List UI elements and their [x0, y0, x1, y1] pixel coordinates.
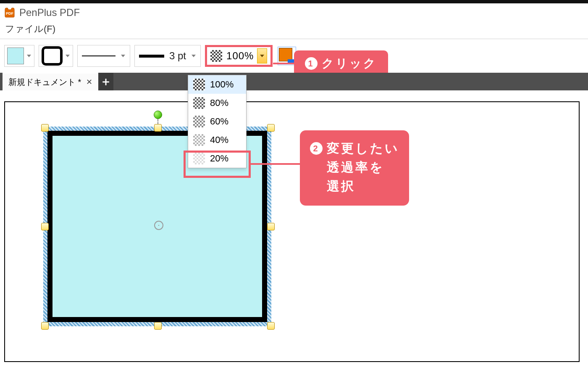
callout-1-number: 1: [305, 57, 318, 70]
opacity-swatch-icon: [193, 97, 205, 109]
rotate-handle[interactable]: [154, 111, 162, 119]
callout-2-line3: 選択: [327, 177, 401, 196]
tab-strip: 新規ドキュメント * ✕ ＋: [0, 73, 588, 90]
opacity-dropdown-btn[interactable]: [257, 48, 267, 63]
opacity-option-label: 40%: [210, 135, 228, 145]
document-tab[interactable]: 新規ドキュメント * ✕: [3, 73, 98, 90]
add-tab-button[interactable]: ＋: [98, 73, 113, 90]
menu-bar: ファイル(F): [0, 21, 588, 39]
callout-2-line2: 透過率を: [327, 158, 401, 177]
opacity-option-label: 80%: [210, 98, 228, 108]
fill-color-picker[interactable]: [4, 45, 34, 67]
opacity-option-label: 60%: [210, 116, 228, 127]
resize-handle-tl[interactable]: [41, 124, 49, 132]
callout-2-line1: 変更したい: [327, 139, 399, 158]
chevron-down-icon: [26, 54, 32, 58]
stroke-swatch: [42, 46, 63, 66]
resize-handle-ml[interactable]: [41, 223, 49, 230]
opacity-option-20[interactable]: 20%: [188, 149, 246, 168]
line-width-label: 3 pt: [169, 50, 186, 62]
opacity-swatch-icon: [193, 134, 205, 146]
opacity-value: 100%: [226, 50, 254, 62]
chevron-down-icon: [65, 54, 70, 58]
opacity-option-label: 100%: [210, 79, 234, 90]
tab-label: 新規ドキュメント *: [8, 77, 81, 88]
opacity-option-label: 20%: [210, 153, 228, 164]
resize-handle-br[interactable]: [267, 322, 275, 330]
opacity-picker[interactable]: 100%: [205, 45, 273, 67]
opacity-dropdown: 100% 80% 60% 40% 20%: [188, 75, 247, 168]
document-page[interactable]: [4, 101, 580, 362]
callout-2-number: 2: [310, 142, 323, 155]
opacity-option-40[interactable]: 40%: [188, 131, 246, 149]
stroke-color-picker[interactable]: [39, 45, 73, 67]
app-icon: PDF: [4, 7, 15, 18]
callout-2: 2 変更したい 透過率を 選択: [300, 130, 409, 206]
opacity-option-60[interactable]: 60%: [188, 112, 246, 131]
chevron-down-icon: [191, 54, 196, 58]
resize-handle-bl[interactable]: [41, 322, 49, 330]
chevron-down-icon: [121, 54, 126, 58]
opacity-option-100[interactable]: 100%: [188, 75, 246, 94]
line-style-picker[interactable]: [77, 45, 130, 67]
resize-handle-tm[interactable]: [154, 124, 162, 132]
svg-text:PDF: PDF: [6, 11, 14, 16]
opacity-option-80[interactable]: 80%: [188, 94, 246, 112]
center-marker-icon: [154, 221, 163, 230]
app-title: PenPlus PDF: [19, 7, 80, 18]
line-width-sample: [139, 55, 164, 58]
resize-handle-mr[interactable]: [267, 223, 275, 230]
callout-1-text: クリック: [322, 56, 377, 71]
opacity-swatch-icon: [210, 50, 222, 62]
line-width-picker[interactable]: 3 pt: [134, 45, 201, 67]
line-style-sample: [82, 56, 116, 56]
resize-handle-bm[interactable]: [154, 322, 162, 330]
title-bar: PDF PenPlus PDF: [0, 3, 588, 21]
resize-handle-tr[interactable]: [267, 124, 275, 132]
opacity-swatch-icon: [193, 116, 205, 127]
fill-swatch: [7, 48, 24, 64]
opacity-swatch-icon: [193, 79, 205, 90]
chevron-down-icon: [260, 54, 265, 58]
close-icon[interactable]: ✕: [86, 77, 92, 87]
desktop-strip: [0, 0, 588, 3]
opacity-swatch-icon: [193, 153, 205, 164]
callout-connector: [251, 163, 302, 165]
menu-file[interactable]: ファイル(F): [5, 23, 55, 35]
document-area: [0, 90, 588, 368]
